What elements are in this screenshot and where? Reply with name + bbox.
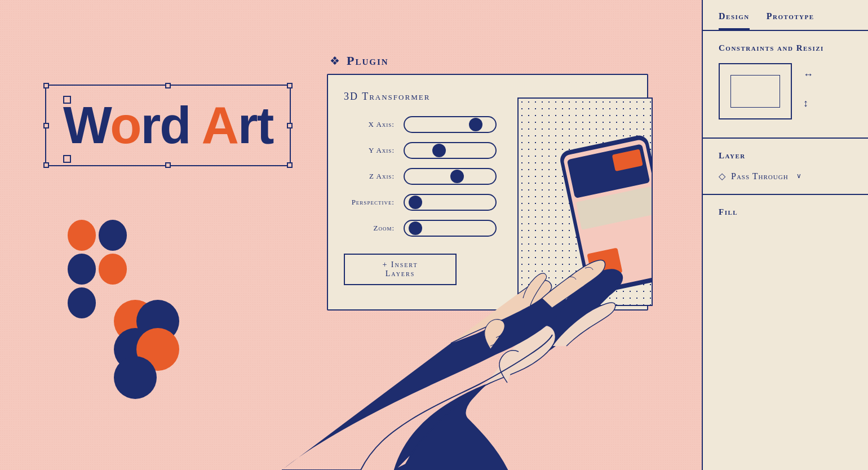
tab-prototype[interactable]: Prototype [767, 11, 814, 30]
arrow-horizontal-icon: ↔ [803, 69, 813, 81]
plugin-panel-title: Plugin [347, 54, 389, 68]
fill-section: Fill [703, 195, 868, 229]
svg-rect-7 [99, 220, 127, 251]
canvas: Word Art [0, 0, 868, 470]
chevron-down-icon[interactable]: ∨ [796, 172, 801, 180]
plugin-panel-container: ❖ Plugin 3D Transformer X Axis: Y Axis: … [327, 54, 648, 311]
svg-rect-6 [68, 220, 96, 251]
resize-handle-ml[interactable] [43, 123, 49, 128]
resize-handle-br[interactable] [287, 162, 293, 168]
resize-handle-tm[interactable] [165, 83, 171, 88]
constraints-section: Constraints and Resizi ↔ ↕ [703, 31, 868, 139]
tab-design[interactable]: Design [719, 11, 750, 30]
slider-label-y: Y Axis: [344, 146, 395, 155]
svg-rect-10 [68, 287, 96, 318]
design-tabs: Design Prototype [703, 0, 868, 31]
resize-handle-bm[interactable] [165, 162, 171, 168]
preview-area [517, 97, 653, 306]
slider-track-z[interactable] [404, 168, 497, 185]
slider-thumb-zoom[interactable] [409, 221, 422, 235]
slider-label-perspective: Perspective: [344, 198, 395, 207]
word-art-frame: Word Art [45, 85, 291, 166]
word-art-section: Word Art [45, 85, 291, 166]
constraints-title: Constraints and Resizi [719, 43, 852, 53]
slider-track-y[interactable] [404, 142, 497, 159]
insert-layers-button[interactable]: + Insert Layers [344, 254, 457, 285]
plugin-panel: 3D Transformer X Axis: Y Axis: Z Axis: [327, 74, 648, 311]
slider-thumb-x[interactable] [469, 118, 482, 131]
slider-label-zoom: Zoom: [344, 224, 395, 233]
layer-section: Layer ◇ Pass Through ∨ [703, 139, 868, 195]
slider-track-perspective[interactable] [404, 194, 497, 211]
layer-title: Layer [719, 151, 852, 161]
diamond-icon: ◇ [719, 171, 725, 181]
letter-d: d [160, 96, 190, 154]
layer-row: ◇ Pass Through ∨ [719, 171, 852, 181]
resize-handle-mr[interactable] [287, 123, 293, 128]
resize-handle-tl[interactable] [43, 83, 49, 88]
pass-through-label[interactable]: Pass Through [731, 171, 789, 181]
phone-card-orange-1 [612, 149, 643, 171]
slider-track-zoom[interactable] [404, 220, 497, 237]
constraints-box [719, 63, 792, 119]
resize-handle-tr[interactable] [287, 83, 293, 88]
slider-track-x[interactable] [404, 116, 497, 133]
resize-handle-bl[interactable] [43, 162, 49, 168]
figma-logo-graphic [68, 220, 141, 335]
svg-point-4 [114, 356, 157, 399]
slider-thumb-z[interactable] [450, 170, 464, 183]
slider-thumb-perspective[interactable] [409, 196, 422, 209]
arrow-vertical-icon: ↕ [803, 97, 813, 109]
plugin-header: ❖ Plugin [327, 54, 648, 68]
plugin-dots-icon: ❖ [330, 54, 340, 68]
design-panel: Design Prototype Constraints and Resizi … [702, 0, 868, 470]
slider-label-x: X Axis: [344, 120, 395, 129]
phone-card-orange-2 [587, 247, 622, 278]
letter-a: A [201, 96, 237, 154]
svg-rect-8 [68, 254, 96, 285]
fill-title: Fill [719, 207, 852, 217]
letter-w: W [63, 96, 110, 154]
constraints-inner-box [730, 75, 780, 108]
letter-r: r [140, 96, 160, 154]
slider-label-z: Z Axis: [344, 172, 395, 181]
slider-thumb-y[interactable] [432, 144, 446, 157]
svg-rect-9 [99, 254, 127, 285]
word-art-text: Word Art [63, 96, 273, 155]
letter-rt: rt [238, 96, 273, 154]
letter-o: o [110, 96, 140, 154]
